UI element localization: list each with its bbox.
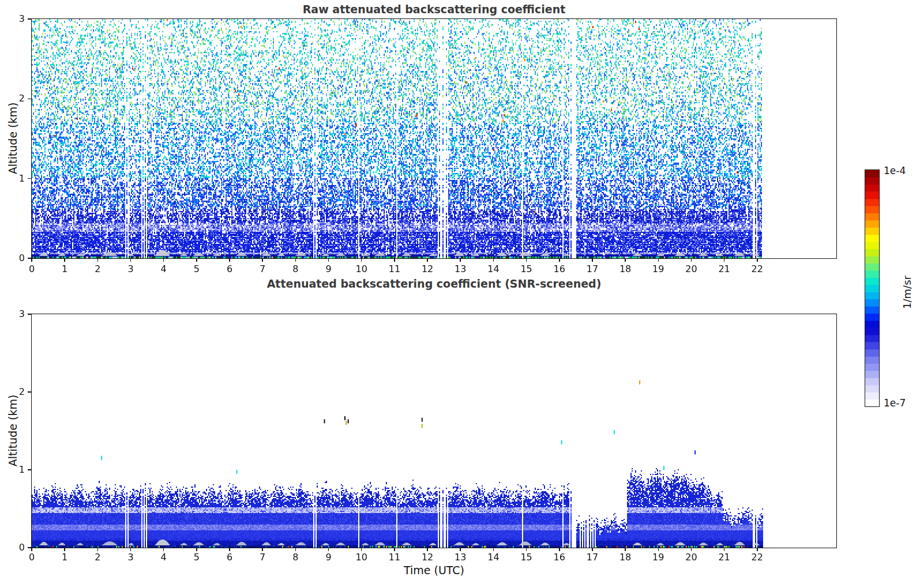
x-tick-label: 9 xyxy=(317,263,340,274)
x-tick-mark xyxy=(262,548,263,551)
x-tick-mark xyxy=(163,548,164,551)
x-tick-mark xyxy=(229,258,230,262)
x-tick-label: 14 xyxy=(482,552,505,563)
y-tick-label: 3 xyxy=(10,13,25,24)
x-tick-label: 2 xyxy=(86,552,109,563)
raw-backscatter-heatmap xyxy=(31,18,837,259)
colorbar-min-label: 1e-7 xyxy=(884,397,906,409)
x-tick-label: 10 xyxy=(350,263,373,274)
x-tick-mark xyxy=(130,548,132,551)
x-tick-mark xyxy=(691,548,692,551)
x-tick-mark xyxy=(493,258,494,262)
x-tick-label: 16 xyxy=(548,552,571,563)
x-tick-mark xyxy=(130,258,132,262)
x-tick-label: 15 xyxy=(515,552,538,563)
y-tick-mark xyxy=(28,99,31,100)
x-tick-mark xyxy=(658,258,659,262)
x-tick-mark xyxy=(724,548,725,551)
x-tick-mark xyxy=(724,258,725,262)
x-tick-label: 1 xyxy=(53,552,76,563)
bottom-panel-title: Attenuated backscattering coefficient (S… xyxy=(32,277,836,290)
x-tick-mark xyxy=(295,258,296,262)
x-tick-mark xyxy=(526,258,527,262)
y-tick-label: 1 xyxy=(10,173,25,184)
x-tick-label: 22 xyxy=(746,263,769,274)
x-tick-label: 14 xyxy=(482,263,505,274)
x-tick-label: 17 xyxy=(581,263,604,274)
x-tick-mark xyxy=(757,258,758,262)
x-tick-label: 18 xyxy=(614,263,637,274)
colorbar-unit-label: 1/m/sr xyxy=(901,276,913,309)
x-tick-label: 6 xyxy=(218,263,241,274)
top-panel-title: Raw attenuated backscattering coefficien… xyxy=(32,3,836,16)
y-tick-mark xyxy=(28,258,31,259)
x-tick-label: 19 xyxy=(647,263,670,274)
x-tick-mark xyxy=(394,258,395,262)
x-tick-mark xyxy=(328,548,329,551)
screened-backscatter-heatmap xyxy=(31,314,837,548)
y-tick-mark xyxy=(28,178,31,179)
x-tick-label: 5 xyxy=(185,263,208,274)
x-tick-mark xyxy=(526,548,527,551)
x-tick-mark xyxy=(64,548,65,551)
x-tick-mark xyxy=(559,258,560,262)
x-tick-mark xyxy=(328,258,329,262)
x-tick-mark xyxy=(757,548,758,551)
x-tick-label: 13 xyxy=(449,552,472,563)
lidar-backscatter-figure: Raw attenuated backscattering coefficien… xyxy=(0,0,920,588)
y-tick-mark xyxy=(28,547,31,548)
x-tick-label: 15 xyxy=(515,263,538,274)
x-tick-label: 0 xyxy=(20,263,43,274)
x-tick-mark xyxy=(361,258,362,262)
x-tick-mark xyxy=(559,548,560,551)
x-axis-label: Time (UTC) xyxy=(32,564,836,576)
x-tick-label: 21 xyxy=(713,552,736,563)
x-tick-label: 7 xyxy=(251,552,274,563)
x-tick-label: 16 xyxy=(548,263,571,274)
x-tick-label: 3 xyxy=(119,552,142,563)
x-tick-mark xyxy=(394,548,395,551)
x-tick-label: 0 xyxy=(20,552,43,563)
x-tick-mark xyxy=(460,548,461,551)
bottom-y-axis-label: Altitude (km) xyxy=(6,395,19,467)
x-tick-mark xyxy=(196,548,197,551)
x-tick-label: 12 xyxy=(416,263,439,274)
x-tick-label: 20 xyxy=(679,263,703,274)
x-tick-label: 17 xyxy=(581,552,604,563)
x-tick-label: 9 xyxy=(317,552,340,563)
x-tick-mark xyxy=(691,258,692,262)
x-tick-mark xyxy=(97,548,99,551)
x-tick-mark xyxy=(196,258,197,262)
x-tick-label: 8 xyxy=(284,263,307,274)
x-tick-label: 2 xyxy=(86,263,109,274)
y-tick-mark xyxy=(28,314,31,315)
x-tick-mark xyxy=(163,258,164,262)
x-tick-mark xyxy=(229,548,230,551)
x-tick-mark xyxy=(592,548,593,551)
x-tick-mark xyxy=(460,258,461,262)
x-tick-mark xyxy=(493,548,494,551)
colorbar-max-label: 1e-4 xyxy=(884,165,906,176)
y-tick-label: 2 xyxy=(10,93,25,104)
x-tick-mark xyxy=(427,548,428,551)
x-tick-label: 7 xyxy=(251,263,274,274)
x-tick-mark xyxy=(262,258,263,262)
y-tick-label: 0 xyxy=(10,252,25,263)
x-tick-label: 10 xyxy=(350,552,373,563)
x-tick-label: 8 xyxy=(284,552,307,563)
x-tick-label: 11 xyxy=(383,552,406,563)
x-tick-label: 4 xyxy=(152,552,175,563)
x-tick-label: 21 xyxy=(713,263,736,274)
x-tick-mark xyxy=(361,548,362,551)
x-tick-mark xyxy=(427,258,428,262)
x-tick-label: 18 xyxy=(614,552,637,563)
x-tick-mark xyxy=(31,548,32,551)
x-tick-mark xyxy=(64,258,65,262)
x-tick-label: 12 xyxy=(416,552,439,563)
x-tick-label: 20 xyxy=(679,552,703,563)
y-tick-mark xyxy=(28,18,31,20)
x-tick-label: 5 xyxy=(185,552,208,563)
x-tick-label: 13 xyxy=(449,263,472,274)
x-tick-mark xyxy=(625,548,626,551)
y-tick-mark xyxy=(28,469,31,470)
